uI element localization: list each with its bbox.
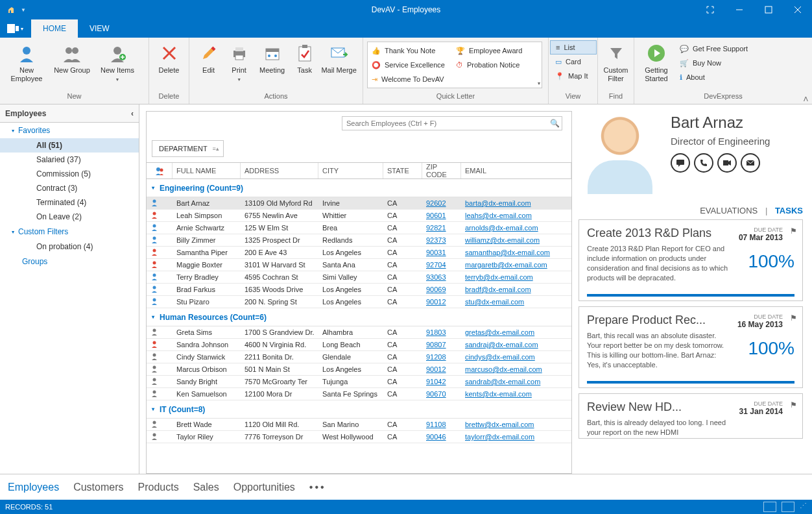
- view-card-button[interactable]: ▭Card: [550, 55, 597, 69]
- email-link[interactable]: brettw@dx-email.com: [461, 421, 571, 428]
- email-button[interactable]: [741, 153, 760, 173]
- view-list-button[interactable]: ≡List: [550, 40, 597, 55]
- email-link[interactable]: stu@dx-email.com: [461, 298, 571, 306]
- table-row[interactable]: Stu Pizaro200 N. Spring StLos AngelesCA9…: [147, 296, 571, 308]
- zip-link[interactable]: 92821: [422, 224, 461, 232]
- quick-letter-probation[interactable]: ⏱Probation Notice: [453, 58, 538, 72]
- email-link[interactable]: sandrab@dx-email.com: [461, 378, 571, 386]
- status-resize-grip[interactable]: ⋰: [800, 502, 807, 512]
- table-row[interactable]: Taylor Riley7776 Torreyson DrWest Hollyw…: [147, 431, 571, 443]
- nav-item[interactable]: Salaried (37): [0, 153, 139, 167]
- email-link[interactable]: kents@dx-email.com: [461, 390, 571, 398]
- col-state[interactable]: STATE: [383, 163, 422, 178]
- table-row[interactable]: Samantha Piper200 E Ave 43Los AngelesCA9…: [147, 247, 571, 259]
- zip-link[interactable]: 91208: [422, 353, 461, 361]
- email-link[interactable]: cindys@dx-email.com: [461, 353, 571, 361]
- table-row[interactable]: Sandra Johnson4600 N Virginia Rd.Long Be…: [147, 339, 571, 351]
- ribbon-collapse-icon[interactable]: ᐱ: [804, 95, 808, 103]
- email-link[interactable]: barta@dx-email.com: [461, 199, 571, 207]
- view-map-button[interactable]: 📍Map It: [550, 69, 597, 83]
- bottom-nav-opportunities[interactable]: Opportunities: [233, 482, 295, 493]
- zip-link[interactable]: 90012: [422, 365, 461, 373]
- zip-link[interactable]: 91042: [422, 378, 461, 386]
- search-icon[interactable]: 🔍: [547, 119, 562, 128]
- minimize-button[interactable]: [724, 0, 754, 19]
- zip-link[interactable]: 93063: [422, 273, 461, 281]
- group-header-row[interactable]: ▸Engineering (Count=9): [147, 179, 571, 197]
- table-row[interactable]: Maggie Boxter3101 W Harvard StSanta AnaC…: [147, 259, 571, 271]
- email-link[interactable]: taylorr@dx-email.com: [461, 433, 571, 441]
- email-link[interactable]: terryb@dx-email.com: [461, 273, 571, 281]
- custom-filter-button[interactable]: Custom Filter: [602, 40, 630, 83]
- search-box[interactable]: 🔍: [342, 116, 562, 130]
- email-link[interactable]: gretas@dx-email.com: [461, 328, 571, 336]
- quick-access-dropdown-icon[interactable]: ▼: [21, 7, 26, 13]
- status-view-2[interactable]: [782, 502, 794, 512]
- group-header-row[interactable]: ▸IT (Count=8): [147, 400, 571, 419]
- zip-link[interactable]: 90807: [422, 341, 461, 349]
- nav-item[interactable]: All (51): [0, 138, 139, 153]
- table-row[interactable]: Cindy Stanwick2211 Bonita Dr.GlendaleCA9…: [147, 351, 571, 363]
- table-row[interactable]: Brett Wade1120 Old Mill Rd.San MarinoCA9…: [147, 419, 571, 431]
- getting-started-button[interactable]: Getting Started: [638, 40, 675, 83]
- table-row[interactable]: Marcus Orbison501 N Main StLos AngelesCA…: [147, 363, 571, 376]
- email-link[interactable]: sandraj@dx-email.com: [461, 341, 571, 349]
- task-card[interactable]: Review New HD...Bart, this is already de…: [579, 393, 803, 439]
- table-row[interactable]: Bart Arnaz13109 Old Myford RdIrvineCA926…: [147, 197, 571, 210]
- nav-item[interactable]: Terminated (4): [0, 195, 139, 210]
- maximize-button[interactable]: [754, 0, 783, 19]
- call-button[interactable]: [694, 153, 713, 173]
- new-group-button[interactable]: New Group: [49, 40, 95, 75]
- group-by-chip[interactable]: DEPARTMENT≡▴: [152, 140, 224, 157]
- search-input[interactable]: [342, 119, 547, 127]
- zip-link[interactable]: 90046: [422, 433, 461, 441]
- mailmerge-button[interactable]: Mail Merge: [319, 40, 359, 75]
- email-link[interactable]: leahs@dx-email.com: [461, 212, 571, 219]
- email-link[interactable]: marcuso@dx-email.com: [461, 365, 571, 373]
- quick-letter-welcome[interactable]: ⇥Welcome To DevAV: [369, 72, 453, 86]
- quick-letter-gallery[interactable]: 👍Thank You Note 🏆Employee Award ⭕Service…: [367, 42, 542, 88]
- zip-link[interactable]: 90601: [422, 212, 461, 219]
- fullscreen-button[interactable]: [695, 0, 724, 19]
- zip-link[interactable]: 91803: [422, 328, 461, 336]
- edit-button[interactable]: Edit: [193, 40, 224, 75]
- message-button[interactable]: [671, 153, 690, 173]
- delete-button[interactable]: Delete: [153, 40, 185, 75]
- zip-link[interactable]: 90670: [422, 390, 461, 398]
- new-items-button[interactable]: New Items▼: [95, 40, 140, 83]
- buy-now-button[interactable]: 🛒Buy Now: [675, 56, 753, 70]
- nav-group-custom[interactable]: ▸Custom Filters: [0, 224, 139, 239]
- col-fullname[interactable]: FULL NAME: [173, 163, 241, 178]
- col-person-icon[interactable]: [147, 163, 173, 178]
- quick-access-icon[interactable]: [5, 4, 17, 16]
- col-address[interactable]: ADDRESS: [241, 163, 318, 178]
- table-row[interactable]: Leah Simpson6755 Newlin AveWhittierCA906…: [147, 210, 571, 222]
- about-button[interactable]: ℹAbout: [675, 70, 753, 84]
- nav-item[interactable]: On probation (4): [0, 239, 139, 254]
- task-card[interactable]: Prepare Product Rec...Bart, this recall …: [579, 306, 803, 388]
- detail-tab-tasks[interactable]: TASKS: [775, 206, 803, 215]
- task-button[interactable]: Task: [290, 40, 319, 75]
- email-link[interactable]: samanthap@dx-email.com: [461, 249, 571, 256]
- email-link[interactable]: margaretb@dx-email.com: [461, 261, 571, 269]
- print-button[interactable]: Print▼: [224, 40, 254, 83]
- col-city[interactable]: CITY: [318, 163, 383, 178]
- new-employee-button[interactable]: New Employee: [4, 40, 49, 83]
- table-row[interactable]: Greta Sims1700 S Grandview Dr.AlhambraCA…: [147, 326, 571, 339]
- zip-link[interactable]: 92704: [422, 261, 461, 269]
- zip-link[interactable]: 92602: [422, 199, 461, 207]
- email-link[interactable]: bradf@dx-email.com: [461, 286, 571, 293]
- bottom-nav-products[interactable]: Products: [138, 482, 179, 493]
- table-row[interactable]: Billy Zimmer1325 Prospect DrRedlandsCA92…: [147, 234, 571, 247]
- quick-letter-service[interactable]: ⭕Service Excellence: [369, 58, 453, 72]
- email-link[interactable]: arnolds@dx-email.com: [461, 224, 571, 232]
- col-zipcode[interactable]: ZIP CODE: [422, 163, 461, 178]
- quick-letter-award[interactable]: 🏆Employee Award: [453, 43, 538, 58]
- nav-collapse-icon[interactable]: ‹: [131, 109, 134, 118]
- task-card[interactable]: Create 2013 R&D PlansCreate 2013 R&D Pla…: [579, 219, 803, 301]
- col-email[interactable]: EMAIL: [461, 163, 571, 178]
- file-button[interactable]: ▼: [0, 19, 31, 38]
- bottom-nav-sales[interactable]: Sales: [193, 482, 219, 493]
- close-button[interactable]: [783, 0, 812, 19]
- get-support-button[interactable]: 💬Get Free Support: [675, 42, 753, 56]
